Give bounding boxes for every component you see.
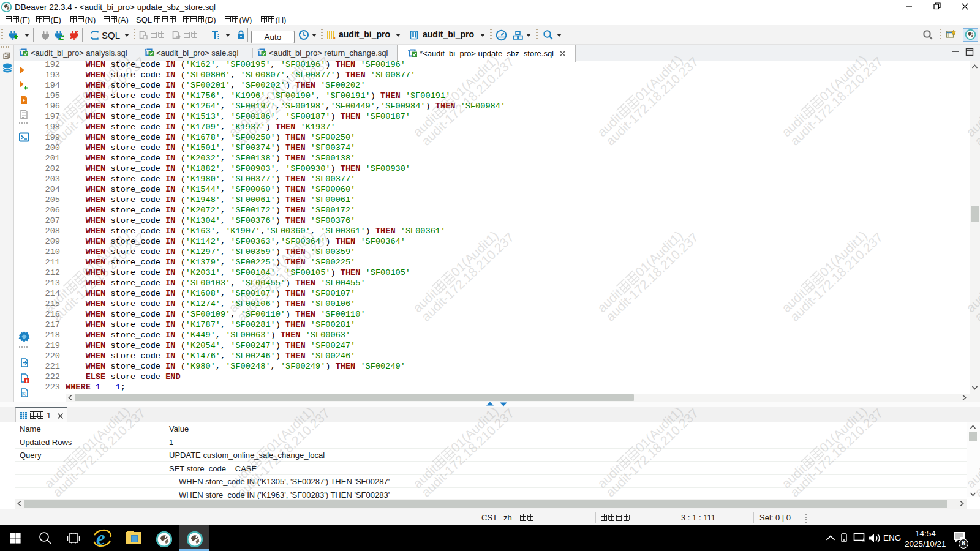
svg-text:(x): (x) (21, 391, 26, 396)
